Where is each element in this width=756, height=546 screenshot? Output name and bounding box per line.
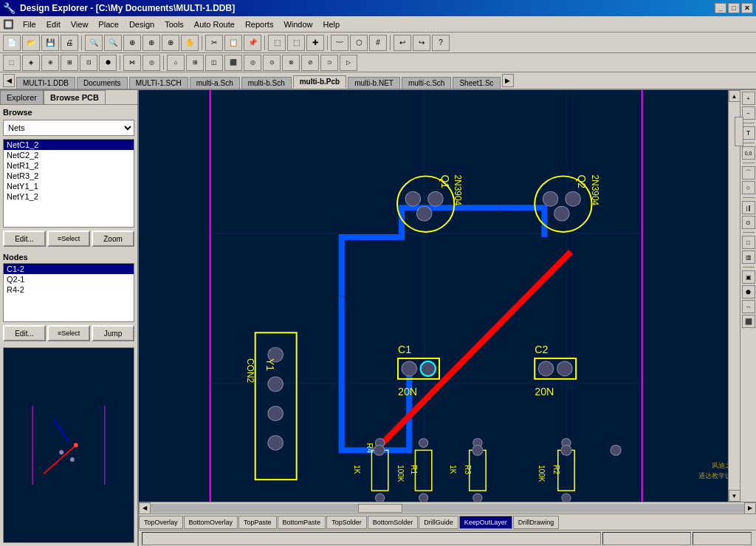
- tb2-8[interactable]: ◎: [142, 55, 160, 71]
- layer-toppaste[interactable]: TopPaste: [238, 516, 277, 529]
- browse-dropdown[interactable]: Nets: [3, 120, 134, 136]
- node-item-2[interactable]: R4-2: [4, 284, 134, 295]
- rt-btn-plus[interactable]: +: [742, 92, 755, 105]
- tb-new[interactable]: 📄: [3, 35, 21, 51]
- tab-documents[interactable]: Documents: [77, 77, 128, 89]
- tb-zoom[interactable]: ⊕: [123, 35, 141, 51]
- tb2-18[interactable]: ▷: [340, 55, 357, 71]
- rt-btn-text[interactable]: T: [742, 126, 755, 140]
- menu-view[interactable]: View: [66, 18, 93, 30]
- scroll-left-btn[interactable]: ◀: [139, 502, 151, 514]
- tb2-12[interactable]: ⬛: [224, 55, 242, 71]
- close-button[interactable]: ✕: [741, 3, 753, 13]
- rt-btn-arc[interactable]: ⌒: [742, 166, 755, 180]
- title-bar-buttons[interactable]: _ □ ✕: [715, 3, 753, 13]
- node-item-0[interactable]: C1-2: [4, 264, 134, 274]
- tab-multi1ddb[interactable]: MULTI-1.DDB: [16, 77, 75, 89]
- tab-multibsch[interactable]: multi-b.Sch: [241, 77, 292, 89]
- node-jump-btn[interactable]: Jump: [92, 325, 134, 341]
- net-zoom-btn[interactable]: Zoom: [92, 231, 134, 247]
- net-item-2[interactable]: NetR1_2: [4, 160, 134, 171]
- tb-open[interactable]: 📂: [22, 35, 40, 51]
- net-item-0[interactable]: NetC1_2: [4, 140, 134, 150]
- tab-multicsch[interactable]: multi-c.Sch: [402, 77, 451, 89]
- tb2-6[interactable]: ⬢: [99, 55, 117, 71]
- tb-search[interactable]: 🔍: [85, 35, 103, 51]
- tb2-1[interactable]: ⬚: [3, 55, 21, 71]
- minimize-button[interactable]: _: [715, 3, 726, 13]
- tb-search2[interactable]: 🔍: [104, 35, 122, 51]
- tb2-16[interactable]: ⊘: [301, 55, 319, 71]
- tb2-4[interactable]: ⊞: [61, 55, 78, 71]
- tb-copy[interactable]: 📋: [224, 35, 242, 51]
- tb2-7[interactable]: ⋈: [123, 55, 141, 71]
- menu-design[interactable]: Design: [125, 18, 159, 30]
- node-item-1[interactable]: Q2-1: [4, 274, 134, 284]
- tb-grid[interactable]: #: [369, 35, 387, 51]
- net-edit-btn[interactable]: Edit...: [3, 231, 46, 247]
- rt-btn-coord[interactable]: 0,0: [742, 146, 755, 160]
- tb-select2[interactable]: ⬚: [287, 35, 305, 51]
- v-scrollbar[interactable]: ▲ ▼: [728, 90, 740, 502]
- h-scroll-thumb[interactable]: [358, 504, 402, 513]
- menu-place[interactable]: Place: [94, 18, 123, 30]
- tb-select[interactable]: ⬚: [268, 35, 286, 51]
- tab-scroll-left[interactable]: ◀: [3, 74, 15, 87]
- layer-topsolder[interactable]: TopSolder: [326, 516, 367, 529]
- tb2-2[interactable]: ◈: [22, 55, 40, 71]
- layer-bottompaste[interactable]: BottomPaste: [278, 516, 326, 529]
- tb2-13[interactable]: ◎: [244, 55, 261, 71]
- rt-btn-circ[interactable]: ○: [742, 181, 755, 194]
- tab-sheet1sch[interactable]: Sheet1.Sc: [453, 77, 500, 89]
- tb2-3[interactable]: ⊕: [41, 55, 59, 71]
- rt-btn-via[interactable]: ⊙: [742, 216, 755, 229]
- tb2-5[interactable]: ⊡: [80, 55, 97, 71]
- menu-window[interactable]: Window: [279, 18, 317, 30]
- net-item-4[interactable]: NetY1_1: [4, 181, 134, 191]
- tb-help[interactable]: ?: [432, 35, 450, 51]
- tb-zoom3[interactable]: ⊕: [162, 35, 179, 51]
- net-item-3[interactable]: NetR3_2: [4, 171, 134, 181]
- scroll-up-btn[interactable]: ▲: [729, 90, 740, 102]
- nodes-list[interactable]: C1-2 Q2-1 R4-2: [3, 263, 134, 322]
- tb-zoom2[interactable]: ⊕: [142, 35, 160, 51]
- menu-file[interactable]: File: [18, 18, 41, 30]
- tb-print[interactable]: 🖨: [61, 35, 78, 51]
- tab-multi1sch[interactable]: MULTI-1.SCH: [129, 77, 188, 89]
- rt-btn-comp[interactable]: ▥: [742, 250, 755, 264]
- tab-scroll-right[interactable]: ▶: [502, 74, 514, 87]
- tab-multibnet[interactable]: multi-b.NET: [348, 77, 400, 89]
- node-edit-btn[interactable]: Edit...: [3, 325, 46, 341]
- rt-btn-minus[interactable]: −: [742, 106, 755, 120]
- v-scroll-thumb[interactable]: [735, 117, 743, 146]
- scroll-right-btn[interactable]: ▶: [744, 502, 756, 514]
- tb-comp[interactable]: ⬡: [350, 35, 368, 51]
- net-item-1[interactable]: NetC2_2: [4, 150, 134, 160]
- rt-btn-track[interactable]: |‖: [742, 201, 755, 214]
- h-scrollbar[interactable]: ◀ ▶: [139, 502, 756, 513]
- rt-btn-poly[interactable]: ⬟: [742, 285, 755, 298]
- layer-drillguide[interactable]: DrillGuide: [419, 516, 458, 529]
- rt-btn-fill[interactable]: ▣: [742, 270, 755, 284]
- tb-redo[interactable]: ↪: [413, 35, 430, 51]
- tb2-14[interactable]: ⊙: [263, 55, 281, 71]
- tb-pan[interactable]: ✋: [181, 35, 199, 51]
- tb-save[interactable]: 💾: [41, 35, 59, 51]
- menu-tools[interactable]: Tools: [160, 18, 188, 30]
- pcb-canvas[interactable]: Y1 CON2 Q1 2N3904 Q2: [139, 90, 740, 502]
- layer-drilldr[interactable]: DrillDrawing: [513, 516, 560, 529]
- net-item-5[interactable]: NetY1_2: [4, 191, 134, 202]
- net-list[interactable]: NetC1_2 NetC2_2 NetR1_2 NetR3_2 NetY1_1 …: [3, 139, 134, 228]
- tb2-9[interactable]: ⌂: [167, 55, 185, 71]
- menu-autoroute[interactable]: Auto Route: [190, 18, 239, 30]
- explorer-tab[interactable]: Explorer: [0, 90, 44, 104]
- menu-reports[interactable]: Reports: [241, 18, 278, 30]
- rt-btn-pad[interactable]: □: [742, 236, 755, 249]
- h-scroll-track[interactable]: [151, 504, 744, 513]
- layer-bottomsolder[interactable]: BottomSolder: [368, 516, 419, 529]
- layer-keepout[interactable]: KeepOutLayer: [459, 516, 512, 529]
- tb-undo[interactable]: ↩: [394, 35, 411, 51]
- tb-wire[interactable]: 〰: [331, 35, 348, 51]
- net-select-btn[interactable]: ≡ Select: [47, 231, 90, 247]
- tb-cross[interactable]: ✚: [306, 35, 324, 51]
